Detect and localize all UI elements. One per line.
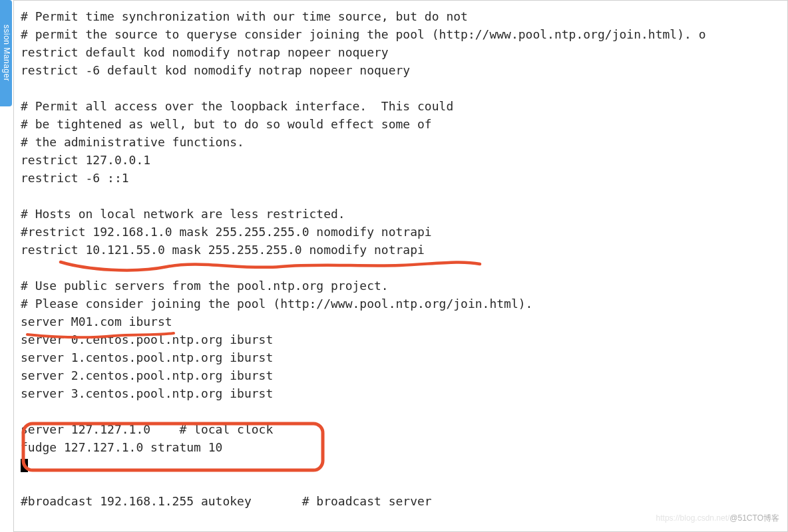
config-line: server M01.com iburst — [21, 313, 787, 331]
config-line: # Permit all access over the loopback in… — [21, 97, 787, 115]
config-line: restrict -6 ::1 — [21, 169, 787, 187]
watermark-text: @51CTO博客 — [729, 513, 779, 523]
cursor-line — [21, 456, 787, 474]
config-line: server 2.centos.pool.ntp.org iburst — [21, 366, 787, 384]
config-line: # Please consider joining the pool (http… — [21, 295, 787, 313]
watermark-url: https://blog.csdn.net/ — [656, 513, 730, 523]
config-line — [21, 402, 787, 420]
config-line: #broadcast 192.168.1.255 autokey # broad… — [21, 492, 787, 510]
session-manager-tab[interactable]: ssion Manager — [0, 0, 12, 106]
config-line: restrict 10.121.55.0 mask 255.255.255.0 … — [21, 241, 787, 259]
config-line — [21, 259, 787, 277]
config-line: #restrict 192.168.1.0 mask 255.255.255.0… — [21, 223, 787, 241]
config-line: # Permit time synchronization with our t… — [21, 7, 787, 25]
text-cursor — [21, 459, 28, 472]
config-line: # permit the source to queryse consider … — [21, 25, 787, 43]
config-line: # the administrative functions. — [21, 133, 787, 151]
config-line: # Use public servers from the pool.ntp.o… — [21, 277, 787, 295]
config-line: server 1.centos.pool.ntp.org iburst — [21, 348, 787, 366]
watermark: https://blog.csdn.net/@51CTO博客 — [656, 509, 779, 527]
config-line: restrict default kod nomodify notrap nop… — [21, 43, 787, 61]
config-line — [21, 474, 787, 492]
config-text[interactable]: # Permit time synchronization with our t… — [21, 7, 787, 510]
config-line: server 127.127.1.0 # local clock — [21, 420, 787, 438]
config-line: # Hosts on local network are less restri… — [21, 205, 787, 223]
config-line: # be tightened as well, but to do so wou… — [21, 115, 787, 133]
config-line: server 0.centos.pool.ntp.org iburst — [21, 331, 787, 348]
config-line: restrict -6 default kod nomodify notrap … — [21, 61, 787, 79]
config-line: server 3.centos.pool.ntp.org iburst — [21, 384, 787, 402]
editor-viewport: # Permit time synchronization with our t… — [13, 0, 788, 532]
config-line — [21, 187, 787, 205]
config-line — [21, 79, 787, 97]
config-line: fudge 127.127.1.0 stratum 10 — [21, 438, 787, 456]
config-line: restrict 127.0.0.1 — [21, 151, 787, 169]
